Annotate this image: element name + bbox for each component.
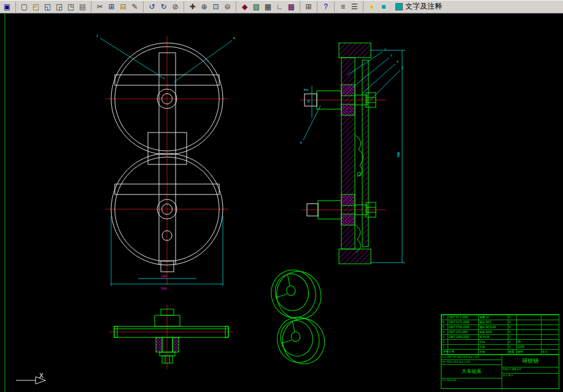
ucs-x-label: X <box>39 372 44 380</box>
render-button[interactable]: ▩ <box>285 1 297 12</box>
publish-button[interactable]: ▤ <box>77 1 88 12</box>
zoom-previous-button[interactable]: ⊖ <box>222 1 233 12</box>
title-block-bottom: 标记 处数 分区 更改文件号 签名 年月日 设计 校核 标准化 签名 年月日 大… <box>441 355 559 390</box>
app-icon: ▣ <box>4 3 10 10</box>
parts-row: 6GB/T 6170-2000螺母 M124 <box>442 320 559 325</box>
dim-text: 240 <box>161 274 166 278</box>
signature-row: 设计 校核 标准化 签名 年月日 <box>441 360 502 365</box>
balloon-label: 5 <box>402 66 403 69</box>
pan-button[interactable]: ✚ <box>184 1 198 12</box>
redo-button[interactable]: ↻ <box>158 1 169 12</box>
parts-cell: 1 <box>508 345 517 350</box>
bulb-button[interactable]: ● <box>363 1 378 12</box>
parts-cell: 4 <box>508 320 517 325</box>
markup-icon: ◆ <box>242 3 247 10</box>
preview-icon: ◳ <box>68 3 74 10</box>
parts-cell: 螺母 M12 <box>479 320 508 325</box>
balloon-label: 8 <box>300 141 302 144</box>
parts-header-cell: 序号 <box>442 350 448 355</box>
cut-button[interactable]: ✂ <box>91 1 106 12</box>
cut-icon: ✂ <box>96 3 103 10</box>
copy-button[interactable]: ⊞ <box>106 1 117 12</box>
layer-dialog-button[interactable]: ▦ <box>262 1 274 12</box>
section-plates <box>339 43 371 264</box>
parts-cell <box>517 315 542 320</box>
layer-color-button[interactable]: ■ <box>378 1 389 12</box>
balloon-label: 1 <box>96 34 98 37</box>
parts-row: 5GB/T 5783-2000螺栓 M12×404 <box>442 325 559 330</box>
matchprop-button[interactable]: ✎ <box>129 1 141 12</box>
layers-button[interactable]: ≡ <box>334 1 349 12</box>
sheet-count-row: 共 张 第 张 <box>502 374 559 390</box>
zoom-realtime-button[interactable]: ⊕ <box>198 1 210 12</box>
parts-cell: 2 <box>508 340 517 345</box>
parts-cell: 4 <box>508 315 517 320</box>
erase-icon: ⊘ <box>172 3 178 10</box>
new-button[interactable]: ▢ <box>15 1 30 12</box>
dim-text: 40 <box>307 100 310 103</box>
section-dimension <box>312 50 405 263</box>
help-button[interactable]: ? <box>317 1 332 12</box>
section-view: 2 3 4 5 8 700 40 M16 <box>300 43 405 264</box>
render-icon: ▩ <box>288 3 295 10</box>
dim-text: M16 <box>304 88 309 91</box>
front-centerlines <box>106 36 228 285</box>
parts-cell: GB/T 276-1994 <box>448 330 479 335</box>
parts-cell <box>542 340 559 345</box>
zoom-window-icon: ⊡ <box>212 3 219 10</box>
parts-cell: 5 <box>442 325 448 330</box>
layer-states-button[interactable]: ☰ <box>349 1 360 12</box>
parts-header-cell: 代号 <box>448 350 479 355</box>
preview-button[interactable]: ◳ <box>65 1 77 12</box>
image-button[interactable]: ▧ <box>250 1 262 12</box>
app-button[interactable]: ▣ <box>1 1 13 12</box>
publish-icon: ▤ <box>79 3 86 10</box>
front-leaders <box>100 38 232 82</box>
zoom-window-button[interactable]: ⊡ <box>210 1 222 12</box>
layer-color-icon: ■ <box>381 3 386 10</box>
balloon-label: 6 <box>233 36 235 40</box>
title-block: 7GB/T 97.1-2002垫圈 1246GB/T 6170-2000螺母 M… <box>441 314 559 389</box>
parts-cell: 4 <box>508 330 517 335</box>
plot-button[interactable]: ◲ <box>53 1 65 12</box>
distance-button[interactable]: ∟ <box>274 1 285 12</box>
save-button[interactable]: ◱ <box>42 1 53 12</box>
table-button[interactable]: ⊞ <box>300 1 314 12</box>
parts-header-cell: 数量 <box>508 350 517 355</box>
redo-icon: ↻ <box>160 3 166 10</box>
bottom-centerlines <box>109 304 233 369</box>
parts-cell <box>542 345 559 350</box>
open-icon: ◰ <box>33 3 39 10</box>
paste-icon: ⊟ <box>120 3 126 10</box>
title-block-left: 标记 处数 分区 更改文件号 签名 年月日 设计 校核 标准化 签名 年月日 大… <box>441 355 502 390</box>
parts-cell: 1 <box>442 345 448 350</box>
pan-icon: ✚ <box>189 3 195 10</box>
open-button[interactable]: ◰ <box>30 1 42 12</box>
table-icon: ⊞ <box>305 3 311 10</box>
parts-cell: 4 <box>442 330 448 335</box>
parts-cell: 6 <box>442 320 448 325</box>
layer-states-icon: ☰ <box>351 3 358 10</box>
isometric-view <box>263 265 335 369</box>
layer-combo[interactable]: 文字及注释 <box>395 1 442 12</box>
bulb-icon: ● <box>370 3 374 10</box>
markup-button[interactable]: ◆ <box>236 1 250 12</box>
front-view: 1 6 240 500 <box>96 34 235 290</box>
cad-application-window: ▣▢◰◱◲◳▤✂⊞⊟✎↺↻⊘✚⊕⊡⊖◆▧▦∟▩⊞?≡☰●■ 文字及注释 <box>0 0 563 392</box>
copy-icon: ⊞ <box>108 3 114 10</box>
zoom-previous-icon: ⊖ <box>224 3 230 10</box>
parts-cell: 轴承 6204 <box>479 330 508 335</box>
parts-list-table: 7GB/T 97.1-2002垫圈 1246GB/T 6170-2000螺母 M… <box>441 315 559 355</box>
drawing-area[interactable]: 1 6 240 500 <box>0 13 563 392</box>
parts-row: 3GB/T 1096-2003键 8×362 <box>442 335 559 340</box>
bottom-view <box>109 304 233 369</box>
erase-button[interactable]: ⊘ <box>169 1 181 12</box>
iso-wheels <box>263 265 335 369</box>
section-shaft-ends <box>305 94 318 216</box>
undo-button[interactable]: ↺ <box>143 1 158 12</box>
parts-cell: 7 <box>442 315 448 320</box>
parts-cell <box>542 325 559 330</box>
help-icon: ? <box>324 3 328 10</box>
paste-button[interactable]: ⊟ <box>117 1 129 12</box>
stage-row: 阶段标记 重量 比例 <box>502 367 559 374</box>
